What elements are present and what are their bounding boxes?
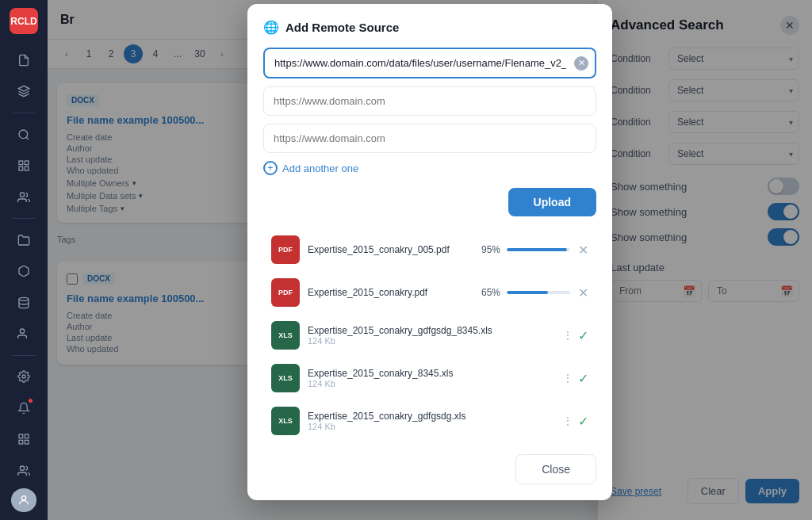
file-info-4: Expertise_2015_conakry_8345.xls 124 Kb [308, 368, 554, 388]
file-size-4: 124 Kb [308, 379, 554, 388]
svg-rect-13 [19, 440, 23, 444]
svg-rect-3 [19, 161, 23, 165]
divider-3 [12, 355, 36, 356]
file-info-1: Expertise_2015_conakry_005.pdf [308, 244, 473, 255]
modal-close-btn-row: Close [263, 454, 596, 484]
modal-title: Add Remote Source [285, 21, 399, 34]
globe-icon: 🌐 [263, 20, 279, 35]
upload-btn-row: Upload [263, 188, 596, 216]
divider-1 [12, 113, 36, 113]
url-input-3[interactable] [263, 124, 596, 153]
progress-bar-2 [507, 291, 570, 294]
url-input-wrapper-2 [263, 86, 596, 116]
modal-header: 🌐 Add Remote Source [263, 20, 596, 35]
file-progress-2: 65% [481, 287, 570, 298]
file-actions-5: ⋮ ✓ [562, 414, 588, 429]
progress-bar-1 [507, 248, 570, 251]
sidebar-item-folder[interactable] [10, 227, 38, 253]
file-size-3: 124 Kb [308, 336, 554, 346]
check-icon-5: ✓ [578, 414, 588, 429]
file-actions-4: ⋮ ✓ [562, 371, 588, 386]
svg-rect-6 [25, 167, 29, 171]
user-avatar[interactable] [11, 488, 36, 512]
svg-point-9 [20, 329, 24, 333]
file-progress-1: 95% [481, 244, 570, 255]
sidebar-item-grid[interactable] [10, 152, 38, 178]
progress-percent-2: 65% [481, 287, 500, 298]
sidebar-item-layers[interactable] [10, 78, 38, 105]
more-options-icon-3[interactable]: ⋮ [562, 329, 573, 342]
file-type-badge-2: PDF [271, 278, 300, 307]
file-name-4: Expertise_2015_conakry_8345.xls [308, 368, 554, 379]
sidebar-item-search[interactable] [10, 121, 38, 147]
modal-file-list: PDF Expertise_2015_conakry_005.pdf 95% ✕ [263, 229, 596, 442]
file-name-5: Expertise_2015_conakry_gdfgsdg.xls [308, 411, 554, 422]
file-item-5: XLS Expertise_2015_conakry_gdfgsdg.xls 1… [263, 400, 596, 442]
svg-rect-11 [19, 434, 23, 438]
progress-fill-1 [507, 248, 567, 251]
progress-fill-2 [507, 291, 548, 294]
divider-2 [12, 218, 36, 219]
sidebar-item-database[interactable] [10, 289, 38, 315]
url-input-1[interactable] [263, 48, 596, 78]
modal-close-btn[interactable]: Close [515, 454, 596, 484]
svg-rect-5 [19, 167, 23, 171]
file-info-3: Expertise_2015_conakry_gdfgsdg_8345.xls … [308, 325, 554, 346]
check-icon-4: ✓ [578, 371, 588, 386]
more-options-icon-5[interactable]: ⋮ [562, 415, 573, 427]
file-actions-2: ✕ [578, 285, 588, 300]
svg-rect-12 [25, 434, 29, 438]
file-type-badge-3: XLS [271, 321, 300, 350]
file-type-badge-4: XLS [271, 364, 300, 392]
file-info-2: Expertise_2015_conakry.pdf [308, 287, 473, 298]
cancel-upload-icon-2[interactable]: ✕ [578, 285, 588, 300]
cancel-upload-icon-1[interactable]: ✕ [578, 243, 588, 258]
check-icon-3: ✓ [578, 328, 588, 343]
file-actions-1: ✕ [578, 243, 588, 258]
file-name-3: Expertise_2015_conakry_gdfgsdg_8345.xls [308, 325, 554, 336]
svg-line-2 [26, 137, 29, 140]
svg-point-10 [22, 375, 25, 378]
more-options-icon-4[interactable]: ⋮ [562, 372, 573, 384]
file-item-3: XLS Expertise_2015_conakry_gdfgsdg_8345.… [263, 315, 596, 356]
sidebar-item-users[interactable] [10, 184, 38, 210]
url-input-2[interactable] [263, 86, 596, 116]
sidebar-item-people[interactable] [10, 320, 38, 346]
add-icon: + [263, 161, 278, 175]
file-info-5: Expertise_2015_conakry_gdfgsdg.xls 124 K… [308, 411, 554, 431]
svg-point-1 [19, 130, 28, 139]
file-name-1: Expertise_2015_conakry_005.pdf [308, 244, 473, 255]
sidebar-item-team[interactable] [10, 457, 38, 484]
upload-btn[interactable]: Upload [508, 188, 596, 216]
svg-point-15 [20, 466, 24, 470]
file-item-2: PDF Expertise_2015_conakry.pdf 65% ✕ [263, 272, 596, 313]
url-clear-btn-1[interactable]: ✕ [574, 56, 588, 71]
svg-rect-4 [25, 161, 29, 165]
progress-percent-1: 95% [481, 244, 500, 255]
svg-rect-14 [25, 440, 29, 444]
svg-point-8 [19, 297, 29, 300]
url-input-wrapper-3 [263, 124, 596, 153]
url-input-wrapper-1: ✕ [263, 48, 596, 78]
svg-marker-0 [18, 86, 29, 92]
file-actions-3: ⋮ ✓ [562, 328, 588, 343]
sidebar-item-notifications[interactable] [10, 395, 38, 421]
add-another-btn[interactable]: + Add another one [263, 161, 596, 175]
content-area: Br ✕ ‹ 1 2 3 4 ... 30 [48, 0, 812, 520]
sidebar-item-settings[interactable] [10, 364, 38, 390]
app-logo: RCLD [10, 8, 38, 34]
file-type-badge-5: XLS [271, 407, 300, 435]
file-size-5: 124 Kb [308, 422, 554, 431]
sidebar-item-files[interactable] [10, 47, 38, 73]
file-item-4: XLS Expertise_2015_conakry_8345.xls 124 … [263, 358, 596, 399]
svg-point-7 [20, 193, 24, 197]
sidebar-item-apps[interactable] [10, 426, 38, 452]
upload-modal: 🌐 Add Remote Source ✕ + Add anot [247, 4, 612, 500]
file-type-badge-1: PDF [271, 235, 300, 264]
add-another-label: Add another one [282, 162, 358, 174]
file-name-2: Expertise_2015_conakry.pdf [308, 287, 473, 298]
sidebar-item-cube[interactable] [10, 258, 38, 285]
modal-backdrop: 🌐 Add Remote Source ✕ + Add anot [48, 0, 812, 520]
file-item-1: PDF Expertise_2015_conakry_005.pdf 95% ✕ [263, 229, 596, 270]
svg-point-16 [21, 496, 25, 500]
